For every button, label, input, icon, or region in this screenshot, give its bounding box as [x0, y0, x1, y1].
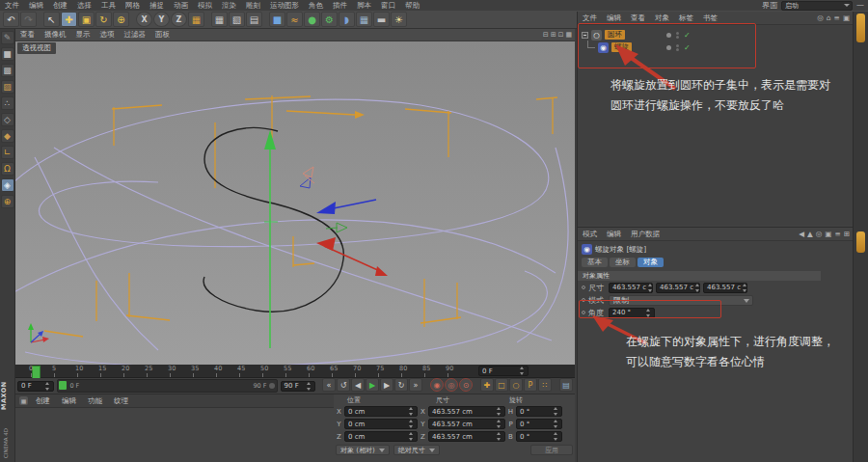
attribute-menu-0[interactable]: 模式	[578, 230, 602, 239]
record-options-button[interactable]: ⊙	[459, 378, 473, 392]
timeline-film-icon[interactable]: ▤	[559, 378, 573, 392]
pos-z-field[interactable]: 0 cm	[344, 431, 418, 442]
autokey-button[interactable]: ◎	[445, 378, 458, 392]
material-menu-0[interactable]: 创建	[30, 396, 56, 406]
tree-row-spiral[interactable]: ◉ 螺旋	[587, 41, 632, 53]
polygons-mode-icon[interactable]: ◆	[1, 129, 14, 143]
start-frame-field[interactable]: 0 F	[17, 381, 54, 392]
main-menu-8[interactable]: 模拟	[193, 1, 217, 11]
viewport-menu-0[interactable]: 查看	[15, 30, 40, 40]
record-scale-toggle[interactable]: □	[495, 378, 508, 392]
material-menu-2[interactable]: 功能	[82, 396, 108, 406]
visibility-dots[interactable]	[676, 32, 679, 39]
undo-icon[interactable]: ↶	[3, 12, 19, 27]
main-menu-1[interactable]: 编辑	[24, 1, 48, 11]
record-keyframe-button[interactable]: ◉	[430, 378, 444, 392]
add-cube-icon[interactable]: ■	[269, 12, 285, 27]
am-up-icon[interactable]: ▲	[807, 230, 813, 238]
play-button[interactable]: ▶	[366, 378, 379, 392]
main-menu-2[interactable]: 创建	[48, 1, 72, 11]
edges-mode-icon[interactable]: ◇	[1, 113, 14, 126]
attribute-tab-0[interactable]: 基本	[582, 258, 608, 267]
angle-input[interactable]: 240 °	[609, 308, 655, 318]
object-menu-0[interactable]: 文件	[578, 14, 602, 23]
size-x-input[interactable]: 463.557 c	[609, 283, 653, 293]
expand-icon[interactable]	[582, 32, 588, 39]
add-spline-icon[interactable]: ≈	[286, 12, 303, 27]
main-menu-15[interactable]: 窗口	[376, 1, 400, 11]
visibility-dots[interactable]	[676, 44, 679, 51]
workplane-icon[interactable]: ∟	[1, 146, 14, 159]
rot-h-field[interactable]: 0 °	[516, 406, 562, 417]
subdivision-surface-icon[interactable]: ●	[304, 12, 320, 27]
viewport-menu-1[interactable]: 摄像机	[40, 30, 71, 40]
select-tool-icon[interactable]: ↖	[43, 12, 60, 27]
goto-prev-key-button[interactable]: ↺	[337, 378, 350, 392]
object-menu-5[interactable]: 书签	[698, 14, 722, 23]
camera-icon[interactable]: ▬	[373, 12, 390, 27]
main-menu-13[interactable]: 插件	[328, 1, 352, 11]
main-menu-12[interactable]: 角色	[304, 1, 328, 11]
tree-row-circle[interactable]: ○ 圆环	[582, 29, 625, 41]
om-home-icon[interactable]: ⌂	[827, 14, 831, 22]
frame-slider-thumb[interactable]	[59, 381, 67, 390]
size-y-field[interactable]: 463.557 cm	[428, 419, 505, 429]
record-rotation-toggle[interactable]: ○	[509, 378, 523, 392]
move-tool-icon[interactable]: ✚	[61, 12, 77, 27]
size-z-field[interactable]: 463.557 cm	[428, 431, 505, 442]
snap-icon[interactable]: Ω	[1, 162, 14, 176]
main-menu-3[interactable]: 选择	[72, 1, 96, 11]
main-menu-5[interactable]: 网格	[121, 1, 145, 11]
texture-mode-icon[interactable]: ▩	[1, 64, 14, 77]
am-back-icon[interactable]: ◀	[799, 230, 804, 238]
layout-select[interactable]: 启动	[781, 1, 853, 11]
record-position-toggle[interactable]: ✚	[480, 378, 494, 392]
main-menu-4[interactable]: 工具	[96, 1, 121, 11]
size-z-input[interactable]: 463.557 c	[703, 283, 747, 293]
anim-dot-icon[interactable]	[582, 298, 585, 302]
main-menu-9[interactable]: 渲染	[217, 1, 241, 11]
next-frame-button[interactable]: ▶	[380, 378, 393, 392]
right-scrollbar[interactable]	[853, 12, 868, 462]
object-name-circle[interactable]: 圆环	[605, 30, 625, 40]
scale-tool-icon[interactable]: ▣	[78, 12, 95, 27]
viewport-menu-5[interactable]: 面板	[150, 30, 175, 40]
minimize-button[interactable]: —	[856, 2, 864, 10]
viewport-minimize-icon[interactable]: ⊟	[543, 31, 549, 39]
om-search-icon[interactable]: ◎	[817, 14, 824, 22]
material-palette-icon[interactable]: ▦	[19, 396, 28, 405]
prev-frame-button[interactable]: ◀	[351, 378, 365, 392]
loop-button[interactable]: ↻	[394, 378, 408, 392]
size-mode-select[interactable]: 绝对尺寸	[393, 445, 440, 455]
enable-check-icon[interactable]: ✓	[684, 31, 691, 40]
goto-end-button[interactable]: »	[409, 378, 422, 392]
size-x-field[interactable]: 463.557 cm	[428, 406, 505, 417]
model-mode-icon[interactable]: ■	[1, 47, 14, 61]
object-menu-4[interactable]: 标签	[674, 14, 698, 23]
y-axis-lock-icon[interactable]: Y	[153, 12, 170, 27]
rot-b-field[interactable]: 0 °	[516, 431, 562, 442]
anim-dot-icon[interactable]	[582, 285, 585, 289]
material-menu-3[interactable]: 纹理	[108, 396, 134, 406]
light-icon[interactable]: ☀	[391, 12, 407, 27]
layer-dot[interactable]	[666, 45, 671, 50]
viewport-menu-2[interactable]: 显示	[71, 30, 95, 40]
viewport-menu-3[interactable]: 选项	[95, 30, 120, 40]
main-menu-16[interactable]: 帮助	[400, 1, 424, 11]
attribute-menu-2[interactable]: 用户数据	[626, 230, 665, 239]
pos-y-field[interactable]: 0 cm	[344, 419, 418, 429]
object-menu-3[interactable]: 对象	[650, 14, 674, 23]
object-menu-2[interactable]: 查看	[626, 14, 650, 23]
slider-knob[interactable]	[269, 383, 275, 389]
goto-start-button[interactable]: «	[322, 378, 336, 392]
main-menu-7[interactable]: 动画	[169, 1, 193, 11]
om-list-icon[interactable]: ≡	[834, 14, 840, 22]
main-menu-6[interactable]: 捕捉	[145, 1, 169, 11]
texture-axis-mode-icon[interactable]: ▨	[1, 80, 14, 94]
lattice-icon[interactable]: ◈	[1, 178, 14, 192]
pos-x-field[interactable]: 0 cm	[344, 406, 418, 417]
viewport-layout-icon[interactable]: ▦	[565, 31, 572, 39]
scrollbar-thumb[interactable]	[856, 14, 865, 42]
attribute-tab-2[interactable]: 对象	[637, 258, 664, 267]
viewport-menu-4[interactable]: 过滤器	[120, 30, 151, 40]
